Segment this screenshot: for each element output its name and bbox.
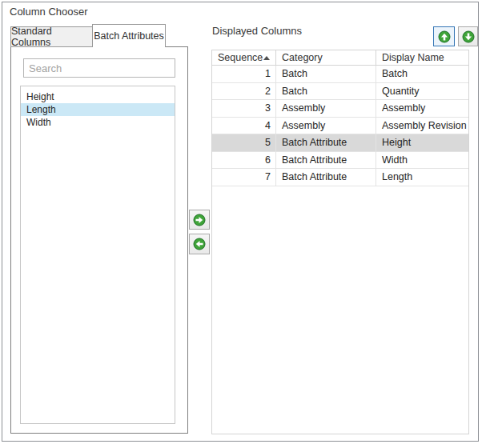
cell-sequence: 2	[212, 83, 276, 101]
tab-standard-columns-label: Standard Columns	[11, 26, 92, 48]
table-row-highlighted[interactable]: 5 Batch Attribute Height	[212, 134, 468, 152]
move-down-button[interactable]	[458, 26, 478, 46]
cell-sequence: 3	[212, 100, 276, 118]
cell-display-name: Height	[376, 134, 468, 152]
cell-category: Batch	[276, 83, 376, 101]
cell-category: Assembly	[276, 118, 376, 135]
list-item[interactable]: Height	[21, 90, 175, 103]
tab-batch-attributes-label: Batch Attributes	[94, 30, 164, 42]
table-row[interactable]: 1 Batch Batch	[212, 66, 468, 83]
arrow-right-icon	[193, 214, 206, 226]
table-header-row: Sequence Category Display Name	[212, 50, 468, 66]
column-header-display-name[interactable]: Display Name	[376, 50, 468, 65]
page-title: Column Chooser	[10, 6, 88, 18]
arrow-left-icon	[193, 238, 206, 250]
column-header-sequence[interactable]: Sequence	[212, 50, 276, 65]
cell-display-name: Length	[376, 169, 468, 186]
search-input[interactable]	[23, 58, 175, 78]
cell-display-name: Batch	[376, 66, 468, 83]
cell-sequence: 4	[212, 118, 276, 135]
add-column-button[interactable]	[189, 210, 210, 230]
cell-display-name: Width	[376, 152, 468, 170]
table-row[interactable]: 4 Assembly Assembly Revision	[212, 118, 468, 135]
table-row[interactable]: 6 Batch Attribute Width	[212, 152, 468, 170]
column-header-label: Category	[282, 52, 323, 63]
table-row[interactable]: 7 Batch Attribute Length	[212, 169, 468, 186]
column-header-label: Display Name	[382, 52, 444, 63]
cell-category: Batch Attribute	[276, 152, 376, 170]
cell-display-name: Assembly Revision	[376, 118, 468, 135]
displayed-columns-title: Displayed Columns	[212, 25, 302, 37]
remove-column-button[interactable]	[189, 234, 210, 254]
arrow-up-icon	[438, 30, 451, 43]
list-item[interactable]: Length	[21, 103, 175, 116]
cell-display-name: Assembly	[376, 100, 468, 118]
cell-category: Batch Attribute	[276, 134, 376, 152]
column-header-category[interactable]: Category	[276, 50, 376, 65]
cell-display-name: Quantity	[376, 83, 468, 101]
arrow-down-icon	[462, 30, 475, 43]
cell-sequence: 6	[212, 152, 276, 170]
table-row[interactable]: 3 Assembly Assembly	[212, 100, 468, 118]
cell-sequence: 5	[212, 134, 276, 152]
tab-standard-columns[interactable]: Standard Columns	[10, 26, 93, 47]
column-header-label: Sequence	[218, 52, 263, 63]
displayed-columns-table: Sequence Category Display Name 1 Batch B…	[211, 50, 469, 434]
list-item[interactable]: Width	[21, 116, 175, 129]
cell-category: Batch	[276, 66, 376, 83]
column-chooser-window: Column Chooser Standard Columns Batch At…	[0, 0, 482, 448]
sort-ascending-icon	[263, 56, 270, 60]
tab-batch-attributes[interactable]: Batch Attributes	[92, 24, 166, 47]
list-item-label: Width	[26, 117, 51, 128]
list-item-label: Length	[26, 104, 56, 115]
cell-sequence: 1	[212, 66, 276, 83]
cell-category: Batch Attribute	[276, 169, 376, 186]
cell-sequence: 7	[212, 169, 276, 186]
available-attributes-list[interactable]: Height Length Width	[20, 86, 175, 424]
table-row[interactable]: 2 Batch Quantity	[212, 83, 468, 101]
move-up-button[interactable]	[433, 26, 455, 46]
list-item-label: Height	[26, 91, 54, 102]
cell-category: Assembly	[276, 100, 376, 118]
